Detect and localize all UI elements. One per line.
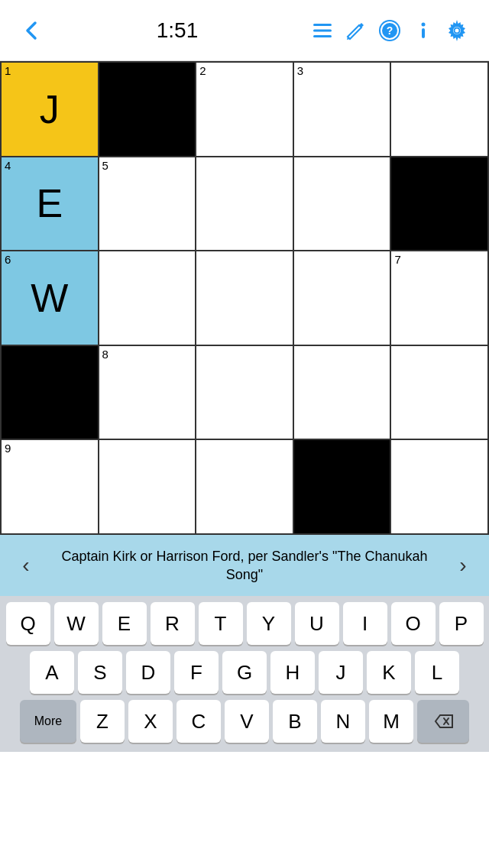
keyboard-row-1: QWERTYUIOP (3, 602, 486, 645)
grid-cell-r0c1[interactable] (99, 63, 197, 157)
grid-cell-r0c0[interactable]: 1J (2, 63, 99, 157)
grid-cell-r2c0[interactable]: 6W (2, 251, 99, 346)
grid-cell-r2c4[interactable]: 7 (391, 251, 489, 346)
grid-cell-r1c3[interactable] (294, 157, 392, 252)
pencil-button[interactable] (339, 14, 373, 47)
keyboard-row-2: ASDFGHJKL (3, 651, 486, 694)
svg-point-7 (422, 22, 426, 26)
key-f[interactable]: F (174, 651, 219, 694)
crossword-grid[interactable]: 1J234E56W789 (0, 61, 489, 535)
key-g[interactable]: G (222, 651, 267, 694)
key-s[interactable]: S (78, 651, 122, 694)
top-bar: 1:51 ? (0, 0, 489, 61)
key-k[interactable]: K (367, 651, 411, 694)
svg-rect-1 (313, 29, 332, 31)
keyboard: QWERTYUIOP ASDFGHJKL MoreZXCVBNM (0, 596, 489, 752)
grid-cell-r3c0[interactable] (2, 346, 99, 441)
clue-bar: ‹ Captain Kirk or Harrison Ford, per San… (0, 535, 489, 596)
key-d[interactable]: D (126, 651, 170, 694)
grid-cell-r1c2[interactable] (196, 157, 294, 252)
key-h[interactable]: H (270, 651, 315, 694)
timer: 1:51 (49, 18, 306, 43)
key-z[interactable]: Z (80, 700, 125, 743)
grid-cell-r4c1[interactable] (99, 440, 197, 535)
grid-cell-r3c3[interactable] (294, 346, 392, 441)
svg-rect-0 (313, 24, 332, 26)
key-b[interactable]: B (273, 700, 317, 743)
grid-cell-r4c0[interactable]: 9 (2, 440, 99, 535)
key-v[interactable]: V (225, 700, 269, 743)
key-q[interactable]: Q (6, 602, 50, 645)
key-x[interactable]: X (128, 700, 173, 743)
svg-rect-8 (422, 28, 425, 38)
key-a[interactable]: A (30, 651, 74, 694)
key-m[interactable]: M (369, 700, 413, 743)
grid-cell-r0c4[interactable] (391, 63, 489, 157)
grid-cell-r4c3[interactable] (294, 440, 392, 535)
back-button[interactable] (15, 14, 49, 47)
key-r[interactable]: R (151, 602, 195, 645)
key-more[interactable]: More (20, 700, 76, 743)
key-y[interactable]: Y (247, 602, 291, 645)
key-u[interactable]: U (295, 602, 339, 645)
list-button[interactable] (306, 14, 339, 47)
key-n[interactable]: N (321, 700, 365, 743)
key-t[interactable]: T (199, 602, 243, 645)
svg-rect-2 (313, 35, 332, 37)
key-j[interactable]: J (319, 651, 363, 694)
grid-cell-r2c2[interactable] (196, 251, 294, 346)
key-o[interactable]: O (391, 602, 436, 645)
grid-cell-r0c3[interactable]: 3 (294, 63, 392, 157)
settings-button[interactable] (440, 14, 474, 47)
grid-cell-r4c2[interactable] (196, 440, 294, 535)
grid-cell-r3c4[interactable] (391, 346, 489, 441)
key-w[interactable]: W (54, 602, 99, 645)
info-button[interactable] (406, 14, 440, 47)
grid-cell-r3c2[interactable] (196, 346, 294, 441)
grid-cell-r1c0[interactable]: 4E (2, 157, 99, 252)
key-p[interactable]: P (439, 602, 484, 645)
key-c[interactable]: C (176, 700, 221, 743)
grid-cell-r2c1[interactable] (99, 251, 197, 346)
grid-cell-r1c4[interactable] (391, 157, 489, 252)
grid-cell-r2c3[interactable] (294, 251, 392, 346)
next-clue-button[interactable]: › (449, 553, 477, 578)
grid-cell-r0c2[interactable]: 2 (196, 63, 294, 157)
svg-text:?: ? (387, 24, 393, 37)
keyboard-row-3: MoreZXCVBNM (3, 700, 486, 743)
grid-cell-r4c4[interactable] (391, 440, 489, 535)
key-i[interactable]: I (343, 602, 387, 645)
help-button[interactable]: ? (373, 14, 406, 47)
key-l[interactable]: L (415, 651, 459, 694)
grid-cell-r3c1[interactable]: 8 (99, 346, 197, 441)
prev-clue-button[interactable]: ‹ (12, 553, 40, 578)
clue-text: Captain Kirk or Harrison Ford, per Sandl… (40, 547, 449, 585)
key-e[interactable]: E (102, 602, 147, 645)
grid-cell-r1c1[interactable]: 5 (99, 157, 197, 252)
key-delete[interactable] (417, 700, 469, 743)
